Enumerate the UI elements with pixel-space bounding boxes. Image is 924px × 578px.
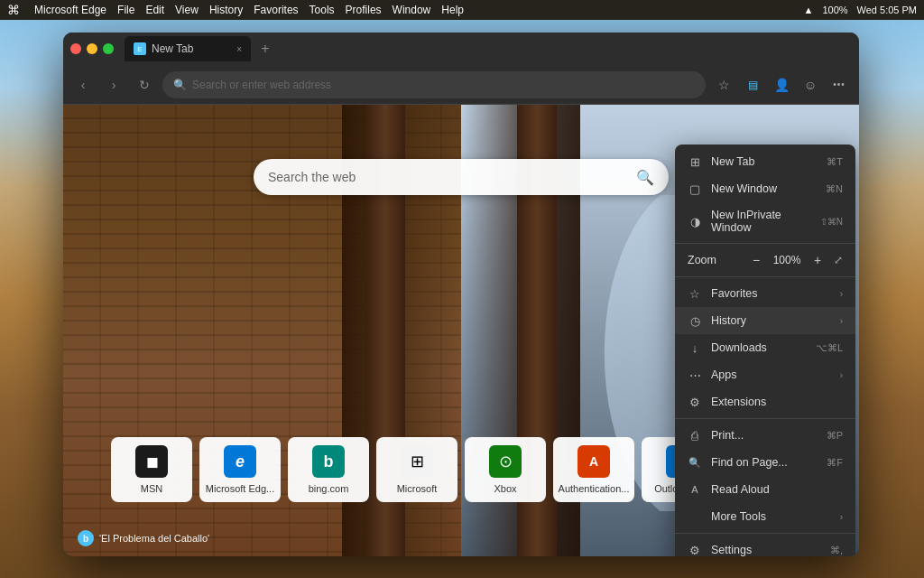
menu-item-settings[interactable]: ⚙ Settings ⌘, <box>675 536 855 556</box>
print-icon: ⎙ <box>688 428 702 443</box>
search-submit-icon[interactable]: 🔍 <box>636 169 654 186</box>
more-button[interactable]: ••• <box>827 72 852 98</box>
menu-item-apps[interactable]: ⋯ Apps › <box>675 361 855 388</box>
menu-item-print[interactable]: ⎙ Print... ⌘P <box>675 422 855 449</box>
apps-chevron: › <box>840 370 843 380</box>
refresh-button[interactable]: ↻ <box>132 72 157 98</box>
tab-favicon: E <box>134 42 146 55</box>
new-window-shortcut: ⌘N <box>826 183 843 195</box>
edge-icon: e <box>224 445 256 478</box>
msn-label: MSN <box>141 483 162 494</box>
apple-menu[interactable]: ⌘ <box>7 3 20 17</box>
browser-window: E New Tab × + ‹ › ↻ 🔍 Search or enter we… <box>63 33 859 556</box>
menubar-right: ▲ 100% Wed 5:05 PM <box>804 5 917 15</box>
menu-item-more-tools[interactable]: More Tools › <box>675 503 855 530</box>
tab-title: New Tab <box>152 42 193 55</box>
emoji-button[interactable]: ☺ <box>798 72 823 98</box>
menu-divider-4 <box>675 533 855 534</box>
quick-link-edge[interactable]: e Microsoft Edg... <box>199 437 281 502</box>
forward-icon: › <box>112 78 116 92</box>
menu-favorites[interactable]: Favorites <box>254 4 298 16</box>
zoom-out-button[interactable]: − <box>747 251 765 269</box>
extensions-label: Extensions <box>711 396 843 408</box>
back-icon: ‹ <box>81 78 86 92</box>
print-label: Print... <box>711 429 818 442</box>
background-caption: 'El Problema del Caballo' <box>99 533 209 544</box>
address-text: Search or enter web address <box>192 79 331 91</box>
new-tab-search-bar[interactable]: Search the web 🔍 <box>254 159 669 195</box>
browser-tab[interactable]: E New Tab × <box>125 36 251 61</box>
menu-profiles[interactable]: Profiles <box>346 4 382 16</box>
zoom-fullscreen-button[interactable]: ⤢ <box>834 254 843 266</box>
address-bar[interactable]: 🔍 Search or enter web address <box>162 71 706 98</box>
navigation-bar: ‹ › ↻ 🔍 Search or enter web address ☆ ▤ … <box>63 65 859 105</box>
microsoft-label: Microsoft <box>397 483 438 494</box>
xbox-label: Xbox <box>494 483 516 494</box>
menu-divider-3 <box>675 418 855 419</box>
tab-close-button[interactable]: × <box>236 44 242 54</box>
menu-item-new-tab[interactable]: ⊞ New Tab ⌘T <box>675 148 855 175</box>
menu-help[interactable]: Help <box>441 4 464 16</box>
new-tab-button[interactable]: + <box>254 38 276 60</box>
forward-button[interactable]: › <box>101 72 126 98</box>
quick-link-bing[interactable]: b bing.com <box>288 437 369 502</box>
apps-icon: ⋯ <box>688 368 702 382</box>
settings-shortcut: ⌘, <box>830 545 843 556</box>
minimize-window-button[interactable] <box>87 43 97 54</box>
new-tab-icon: ⊞ <box>688 154 702 169</box>
history-chevron: › <box>840 316 843 326</box>
profile-button[interactable]: 👤 <box>769 72 794 98</box>
quick-link-msn[interactable]: ◼ MSN <box>111 437 192 502</box>
quick-link-auth[interactable]: A Authentication... <box>553 437 634 502</box>
menu-app-name[interactable]: Microsoft Edge <box>34 4 106 16</box>
find-shortcut: ⌘F <box>827 457 843 469</box>
bookmark-button[interactable]: ☆ <box>711 72 736 98</box>
downloads-label: Downloads <box>711 341 807 354</box>
bing-attribution: b 'El Problema del Caballo' <box>78 530 209 546</box>
menu-item-history[interactable]: ◷ History › <box>675 307 855 334</box>
search-placeholder: Search the web <box>268 170 629 184</box>
menu-item-read-aloud[interactable]: A Read Aloud <box>675 476 855 503</box>
read-aloud-label: Read Aloud <box>711 483 843 496</box>
menu-window[interactable]: Window <box>393 4 431 16</box>
menu-item-find[interactable]: 🔍 Find on Page... ⌘F <box>675 449 855 476</box>
menu-history[interactable]: History <box>209 4 243 16</box>
quick-link-microsoft[interactable]: ⊞ Microsoft <box>376 437 457 502</box>
clock: Wed 5:05 PM <box>857 5 917 15</box>
bing-icon: b <box>312 445 345 478</box>
zoom-in-button[interactable]: + <box>808 251 827 269</box>
quick-link-xbox[interactable]: ⊙ Xbox <box>465 437 546 502</box>
menu-item-new-private[interactable]: ◑ New InPrivate Window ⇧⌘N <box>675 202 855 240</box>
close-window-button[interactable] <box>70 43 81 54</box>
menu-file[interactable]: File <box>117 4 134 16</box>
menu-item-new-window[interactable]: ▢ New Window ⌘N <box>675 175 855 202</box>
bing-ball-icon: b <box>78 530 94 546</box>
menu-divider-2 <box>675 276 855 277</box>
maximize-window-button[interactable] <box>103 43 114 54</box>
collections-button[interactable]: ▤ <box>740 72 765 98</box>
menu-edit[interactable]: Edit <box>145 4 164 16</box>
refresh-icon: ↻ <box>139 78 150 92</box>
more-tools-icon <box>688 509 702 524</box>
more-tools-label: More Tools <box>711 510 831 523</box>
menu-item-favorites[interactable]: ☆ Favorites › <box>675 280 855 307</box>
menu-view[interactable]: View <box>175 4 199 16</box>
private-window-label: New InPrivate Window <box>711 209 811 234</box>
new-window-icon: ▢ <box>688 182 702 196</box>
back-button[interactable]: ‹ <box>70 72 96 98</box>
browser-content: Search the web 🔍 ◼ MSN e Microsoft Edg..… <box>63 105 859 556</box>
new-window-label: New Window <box>711 182 817 195</box>
auth-label: Authentication... <box>559 483 630 494</box>
history-label: History <box>711 314 831 327</box>
zoom-value: 100% <box>772 254 801 266</box>
zoom-controls: − 100% + ⤢ <box>747 251 843 269</box>
menu-tools[interactable]: Tools <box>310 4 335 16</box>
bing-label: bing.com <box>309 483 349 494</box>
new-tab-shortcut: ⌘T <box>827 156 843 168</box>
battery-status: 100% <box>822 5 847 15</box>
menu-item-downloads[interactable]: ↓ Downloads ⌥⌘L <box>675 334 855 361</box>
downloads-icon: ↓ <box>688 340 702 355</box>
settings-label: Settings <box>711 544 821 556</box>
favorites-label: Favorites <box>711 287 831 300</box>
menu-item-extensions[interactable]: ⚙ Extensions <box>675 388 855 415</box>
